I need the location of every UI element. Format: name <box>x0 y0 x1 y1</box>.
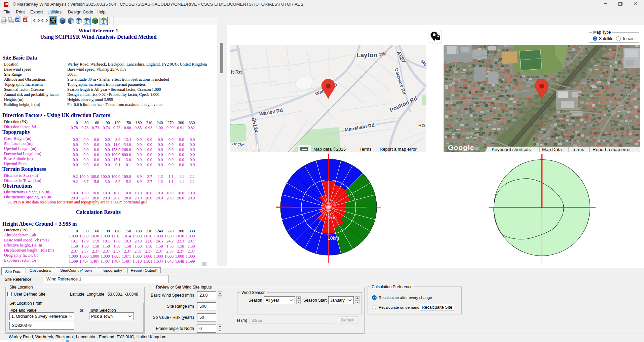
svg-text:Google: Google <box>235 143 263 151</box>
svg-text:Report a map error: Report a map error <box>380 147 417 152</box>
svg-text:W: W <box>16 18 19 22</box>
svg-text:Layton: Layton <box>356 51 377 59</box>
svg-text:ft Rd: ft Rd <box>231 69 242 75</box>
svg-text:W: W <box>24 18 27 22</box>
svg-text:Map data ©2025: Map data ©2025 <box>313 147 346 152</box>
svg-text:1km: 1km <box>328 215 337 220</box>
svg-text:Terms: Terms <box>359 147 372 152</box>
svg-text:Google: Google <box>448 144 474 151</box>
svg-text:HO: HO <box>418 123 425 128</box>
svg-text:10km: 10km <box>328 235 339 241</box>
